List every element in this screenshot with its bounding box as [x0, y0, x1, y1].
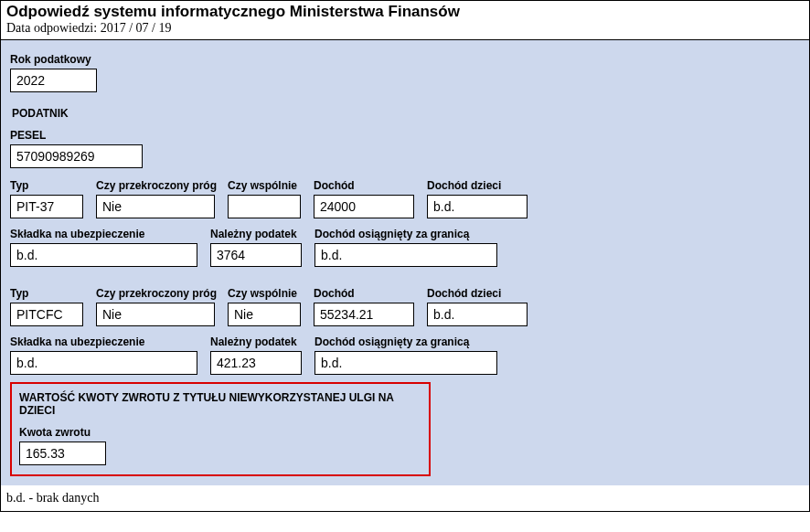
b2-typ-value: PITCFC: [10, 303, 83, 326]
b1-zagranica-label: Dochód osiągnięty za granicą: [314, 228, 497, 240]
block1-row1: Typ PIT-37 Czy przekroczony próg Nie Czy…: [10, 179, 800, 218]
header-title: Odpowiedź systemu informatycznego Minist…: [6, 3, 804, 21]
b1-dochod-label: Dochód: [314, 179, 414, 192]
podatnik-heading: PODATNIK: [12, 107, 800, 120]
refund-heading: WARTOŚĆ KWOTY ZWROTU Z TYTUŁU NIEWYKORZY…: [19, 391, 421, 417]
b1-dochod-dzieci-label: Dochód dzieci: [427, 179, 528, 192]
b1-prog-value: Nie: [96, 195, 215, 218]
b2-wspolnie-value: Nie: [228, 303, 301, 326]
b1-wspolnie-label: Czy wspólnie: [228, 179, 301, 192]
b2-dochod-value: 55234.21: [314, 303, 414, 326]
b1-podatek-value: 3764: [210, 243, 302, 267]
rok-podatkowy-value: 2022: [10, 69, 97, 92]
block2-row1: Typ PITCFC Czy przekroczony próg Nie Czy…: [10, 287, 800, 326]
header-date-value: 2017 / 07 / 19: [101, 21, 172, 35]
b1-skladka-value: b.d.: [10, 243, 197, 267]
b2-typ-label: Typ: [10, 287, 83, 300]
pesel-value: 57090989269: [10, 144, 143, 168]
kwota-zwrotu-value: 165.33: [19, 442, 106, 465]
b2-zagranica-value: b.d.: [314, 351, 497, 375]
footer-legend: b.d. - brak danych: [1, 485, 809, 511]
kwota-zwrotu-label: Kwota zwrotu: [19, 426, 106, 439]
b1-prog-label: Czy przekroczony próg: [96, 179, 215, 192]
b1-wspolnie-value: [228, 195, 301, 218]
response-container: Odpowiedź systemu informatycznego Minist…: [0, 0, 810, 512]
b2-skladka-value: b.d.: [10, 351, 197, 375]
pesel-label: PESEL: [10, 129, 143, 142]
b2-zagranica-label: Dochód osiągnięty za granicą: [314, 335, 497, 348]
header: Odpowiedź systemu informatycznego Minist…: [1, 1, 809, 40]
b2-prog-label: Czy przekroczony próg: [96, 287, 215, 300]
b2-dochod-dzieci-value: b.d.: [427, 303, 528, 326]
body-area: Rok podatkowy 2022 PODATNIK PESEL 570909…: [1, 40, 809, 485]
b1-typ-label: Typ: [10, 179, 83, 192]
b1-zagranica-value: b.d.: [314, 243, 497, 267]
b2-skladka-label: Składka na ubezpieczenie: [10, 335, 197, 348]
refund-highlight-box: WARTOŚĆ KWOTY ZWROTU Z TYTUŁU NIEWYKORZY…: [10, 382, 431, 476]
b2-dochod-dzieci-label: Dochód dzieci: [427, 287, 528, 300]
b2-wspolnie-label: Czy wspólnie: [228, 287, 301, 300]
b1-dochod-dzieci-value: b.d.: [427, 195, 528, 218]
block1-row2: Składka na ubezpieczenie b.d. Należny po…: [10, 228, 800, 267]
b1-dochod-value: 24000: [314, 195, 414, 218]
b1-podatek-label: Należny podatek: [210, 228, 302, 240]
block2-row2: Składka na ubezpieczenie b.d. Należny po…: [10, 335, 800, 375]
b2-podatek-label: Należny podatek: [210, 335, 302, 348]
b2-podatek-value: 421.23: [210, 351, 302, 375]
header-date: Data odpowiedzi: 2017 / 07 / 19: [6, 21, 804, 36]
header-date-label: Data odpowiedzi:: [6, 21, 97, 35]
b2-dochod-label: Dochód: [314, 287, 414, 300]
b2-prog-value: Nie: [96, 303, 215, 326]
rok-podatkowy-label: Rok podatkowy: [10, 53, 97, 66]
b1-skladka-label: Składka na ubezpieczenie: [10, 228, 197, 240]
b1-typ-value: PIT-37: [10, 195, 83, 218]
